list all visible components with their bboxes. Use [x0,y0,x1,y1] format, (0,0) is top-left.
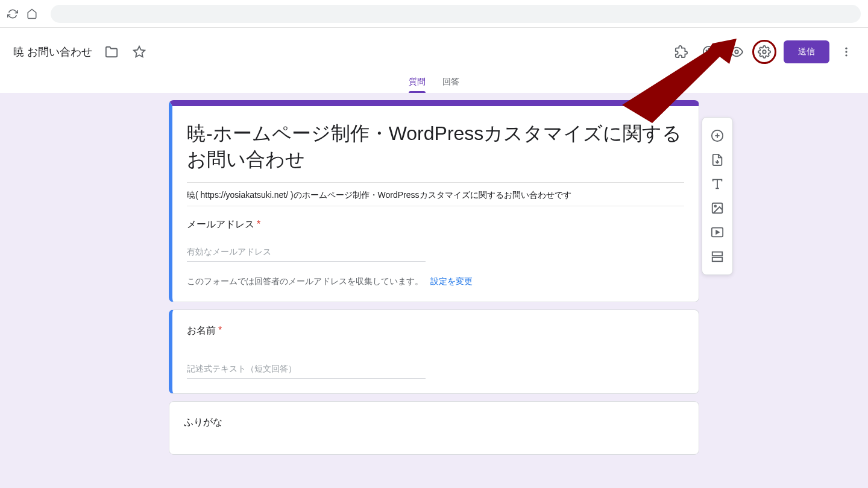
folder-icon[interactable] [99,40,124,64]
form-area: 暁-ホームページ制作・WordPressカスタマイズに関するお問い合わせ 暁( … [157,100,711,486]
svg-point-6 [763,50,766,54]
settings-icon[interactable] [752,40,776,64]
more-icon[interactable] [834,40,858,64]
question-card-furigana[interactable]: ふりがな [169,401,699,455]
addons-icon[interactable] [669,40,693,64]
email-field[interactable] [187,242,426,262]
app-header: 暁 お問い合わせ 送信 質問 回答 [0,28,868,93]
svg-point-3 [708,49,709,50]
tab-questions[interactable]: 質問 [400,71,434,93]
svg-point-5 [735,50,738,54]
svg-point-8 [845,51,847,52]
add-image-icon[interactable] [706,197,728,219]
collect-note: このフォームでは回答者のメールアドレスを収集しています。 設定を変更 [187,276,684,287]
svg-point-2 [706,50,707,51]
add-section-icon[interactable] [706,246,728,267]
svg-marker-0 [134,46,145,57]
svg-rect-21 [712,258,723,261]
question-label[interactable]: お名前* [187,325,684,337]
url-bar[interactable] [51,5,861,23]
document-title[interactable]: 暁 お問い合わせ [10,42,96,62]
svg-point-7 [845,48,847,49]
svg-point-9 [845,54,847,56]
change-settings-link[interactable]: 設定を変更 [430,276,473,286]
side-toolbar [702,117,733,275]
home-icon[interactable] [27,8,37,19]
tab-responses[interactable]: 回答 [434,71,468,93]
svg-marker-19 [716,230,719,234]
question-card-name[interactable]: お名前* [169,309,699,394]
star-icon[interactable] [127,40,151,64]
form-title[interactable]: 暁-ホームページ制作・WordPressカスタマイズに関するお問い合わせ [187,121,684,177]
header-top: 暁 お問い合わせ 送信 [10,33,858,71]
form-header-card[interactable]: 暁-ホームページ制作・WordPressカスタマイズに関するお問い合わせ 暁( … [169,100,699,302]
email-label: メールアドレス* [187,218,684,231]
send-button[interactable]: 送信 [784,40,829,63]
browser-bar [0,0,868,28]
form-description[interactable]: 暁( https://yosiakatsuki.net/ )のホームページ制作・… [187,182,684,206]
question-label[interactable]: ふりがな [184,416,684,429]
palette-icon[interactable] [697,40,721,64]
svg-rect-20 [712,252,723,256]
short-answer-field [187,359,426,379]
add-question-icon[interactable] [706,125,728,147]
svg-point-17 [714,205,716,207]
tabs: 質問 回答 [10,71,858,93]
svg-point-4 [711,50,712,51]
reload-icon[interactable] [7,8,18,19]
import-questions-icon[interactable] [706,149,728,171]
add-title-icon[interactable] [706,173,728,195]
preview-icon[interactable] [725,40,749,64]
add-video-icon[interactable] [706,221,728,243]
